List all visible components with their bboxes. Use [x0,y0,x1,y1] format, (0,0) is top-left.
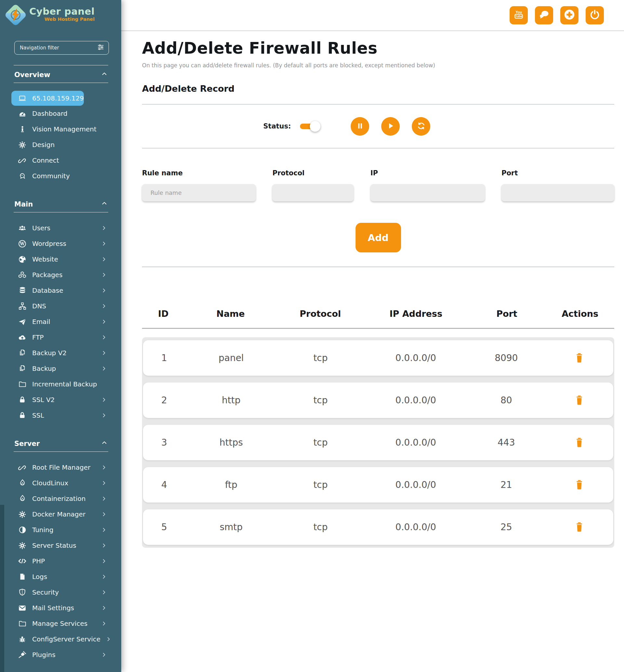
sidebar-section-header[interactable]: Main [14,195,108,213]
delete-rule-button[interactable] [575,522,584,533]
sidebar-item-users[interactable]: Users [18,220,107,236]
sidebar-item-ssl[interactable]: SSL [18,407,107,423]
port-input[interactable] [501,184,614,201]
chevron-right-icon [101,366,107,371]
navigation-filter-input[interactable] [20,45,94,51]
sidebar-item-ftp[interactable]: FTP [18,329,107,345]
svg-text:W: W [20,241,25,246]
sidebar-item-backup-v2[interactable]: Backup V2 [18,345,107,361]
cell-protocol: tcp [277,479,364,490]
ip-input[interactable] [370,184,485,201]
sidebar-item-label: Security [32,589,59,596]
sidebar-item-label: Containerization [32,495,85,502]
sitemap-icon [18,302,27,310]
chevron-up-icon [101,200,108,208]
chevron-right-icon [101,272,107,277]
chevron-right-icon [101,335,107,340]
sidebar-item-cloudlinux[interactable]: CloudLinux [18,475,107,491]
folder-icon [18,619,27,628]
sidebar-item-database[interactable]: Database [18,283,107,298]
sidebar-item-connect[interactable]: Connect [18,153,107,168]
sidebar-section-label: Overview [14,71,50,79]
sidebar-item-configserver-service[interactable]: ConfigServer Service [18,631,107,647]
brand[interactable]: Cyber panel Web Hosting Panel [0,0,121,25]
youtube-button[interactable]: YouTube [510,6,528,24]
sidebar-item-vision-management[interactable]: Vision Management [18,121,107,137]
chevron-right-icon [101,465,107,470]
chevron-right-icon [101,558,107,564]
trash-icon [575,359,584,364]
sidebar-item-tuning[interactable]: Tuning [18,522,107,538]
add-rule-button[interactable]: Add [356,223,401,252]
sidebar-item-containerization[interactable]: Containerization [18,491,107,506]
sidebar-item-incremental-backup[interactable]: Incremental Backup [18,376,107,392]
sidebar-item-server-status[interactable]: Server Status [18,538,107,553]
sidebar-item-mail-settings[interactable]: Mail Settings [18,600,107,616]
record-section-heading: Add/Delete Record [142,83,614,94]
document-icon [18,572,27,581]
sidebar-item-ssl-v2[interactable]: SSL V2 [18,392,107,407]
protocol-input[interactable] [272,184,354,201]
sidebar-item-logs[interactable]: Logs [18,569,107,584]
sidebar-item-label: Root File Manager [32,464,90,471]
delete-rule-button[interactable] [575,395,584,406]
firewall-controls [351,117,430,135]
sidebar-item-65-108-159-129[interactable]: 65.108.159.129 [11,91,84,106]
sidebar-item-manage-services[interactable]: Manage Services [18,616,107,631]
chat-button[interactable] [535,6,553,24]
page-title: Add/Delete Firewall Rules [142,39,614,57]
table-row: 1paneltcp0.0.0.0/08090 [143,340,613,376]
refresh-button[interactable] [412,117,430,135]
sidebar-item-plugins[interactable]: Plugins [18,647,107,663]
rule-name-input[interactable] [142,184,256,201]
sidebar-item-wordpress[interactable]: WWordpress [18,236,107,251]
sidebar-item-dashboard[interactable]: Dashboard [18,106,107,121]
cell-ip-address: 0.0.0.0/0 [364,437,467,448]
sidebar-item-label: PHP [32,557,45,565]
delete-rule-button[interactable] [575,479,584,491]
sidebar-scrollbar[interactable] [0,505,4,672]
chevron-up-icon [101,440,108,448]
sidebar-item-email[interactable]: Email [18,314,107,329]
wordpress-icon: W [18,240,27,248]
chat-bubbles-icon [18,172,27,180]
delete-rule-button[interactable] [575,437,584,448]
sidebar-item-label: 65.108.159.129 [32,94,84,102]
cell-name: ftp [185,479,277,490]
sidebar-item-community[interactable]: Community [18,168,107,184]
svg-text:You: You [516,10,522,14]
chat-icon [538,9,550,22]
sidebar-item-website[interactable]: Website [18,251,107,267]
sidebar-item-root-file-manager[interactable]: Root File Manager [18,459,107,475]
sidebar-item-dns[interactable]: DNS [18,298,107,314]
sidebar-item-design[interactable]: Design [18,137,107,153]
cell-id: 4 [143,479,185,490]
cubes-icon [18,271,27,279]
trash-icon [575,401,584,406]
table-row: 2httptcp0.0.0.0/080 [143,382,613,418]
port-label: Port [501,169,614,177]
play-button[interactable] [381,117,400,135]
delete-rule-button[interactable] [575,353,584,364]
chevron-right-icon [101,512,107,517]
sidebar-item-label: Database [32,287,63,294]
sidebar-item-backup[interactable]: Backup [18,361,107,376]
sidebar-item-docker-manager[interactable]: Docker Manager [18,506,107,522]
cell-id: 1 [143,353,185,363]
status-toggle[interactable] [300,124,318,129]
sidebar-item-security[interactable]: Security [18,584,107,600]
lifering-button[interactable] [560,6,578,24]
port-field: Port [501,169,614,201]
cell-id: 3 [143,437,185,448]
lock-icon [18,411,27,420]
pause-button[interactable] [351,117,369,135]
sidebar-item-packages[interactable]: Packages [18,267,107,283]
power-button[interactable] [586,6,604,24]
sidebar-item-php[interactable]: PHP [18,553,107,569]
sidebar-section-header[interactable]: Server [14,434,108,452]
laptop-icon [18,94,27,103]
play-icon [386,122,395,131]
protocol-label: Protocol [272,169,354,177]
app-window: Cyber panel Web Hosting Panel Overview65… [0,0,624,672]
sidebar-section-header[interactable]: Overview [14,65,108,83]
